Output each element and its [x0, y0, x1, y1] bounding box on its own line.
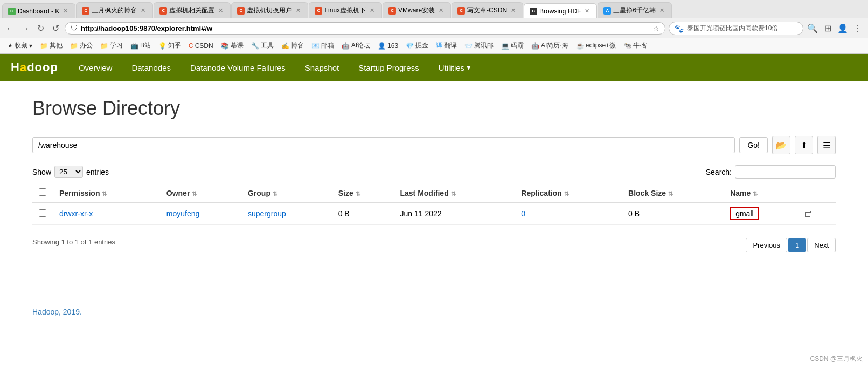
tab-close[interactable]: ✕: [61, 7, 70, 15]
col-group-label: Group: [248, 189, 270, 197]
tab-vmware[interactable]: C VMware安装 ✕: [383, 2, 451, 18]
bookmark-eclipse[interactable]: ☕ eclipse+微: [573, 40, 619, 51]
tab-vm1[interactable]: C 虚拟机相关配置 ✕: [154, 2, 231, 18]
nav-utilities-dropdown[interactable]: Utilities ▾: [429, 55, 481, 80]
owner-link[interactable]: moyufeng: [166, 209, 199, 218]
bookmark-translate[interactable]: 译 翻译: [433, 40, 460, 51]
upload-button[interactable]: ⬆: [795, 136, 813, 154]
site-icon: 📨: [464, 42, 473, 50]
folder-icon: 📁: [100, 42, 108, 50]
nav-datanodes[interactable]: Datanodes: [122, 56, 180, 80]
bookmark-office[interactable]: 📁 办公: [67, 40, 96, 51]
bookmark-csdn[interactable]: C CSDN: [185, 41, 217, 51]
col-block-size[interactable]: Block Size ⇅: [622, 184, 724, 202]
nav-startup-progress[interactable]: Startup Progress: [349, 56, 429, 80]
select-all-checkbox[interactable]: [39, 188, 46, 196]
bookmark-maba[interactable]: 💻 码霸: [498, 40, 527, 51]
table-view-button[interactable]: ☰: [817, 136, 836, 154]
nav-datanode-volume-failures[interactable]: Datanode Volume Failures: [180, 56, 295, 80]
back-button[interactable]: ←: [4, 23, 16, 35]
bookmark-ai-resume[interactable]: 🤖 AI简历·海: [528, 40, 572, 51]
extension-icon[interactable]: ⊞: [822, 23, 834, 35]
col-last-modified[interactable]: Last Modified ⇅: [393, 184, 515, 202]
tab-write[interactable]: C 写文章-CSDN ✕: [452, 2, 523, 18]
row-select-checkbox[interactable]: [39, 209, 46, 217]
col-permission[interactable]: Permission ⇅: [53, 184, 160, 202]
col-size[interactable]: Size ⇅: [332, 184, 394, 202]
site-icon: 译: [436, 41, 442, 50]
name-value: gmall: [730, 207, 759, 220]
previous-button[interactable]: Previous: [746, 238, 787, 252]
page-1-button[interactable]: 1: [788, 238, 806, 252]
bookmark-163[interactable]: 👤 163: [374, 41, 401, 51]
delete-button[interactable]: 🗑: [804, 209, 813, 218]
tab-close[interactable]: ✕: [437, 6, 445, 15]
tabs-bar: C Dashboard - K ✕ C 三月枫火的博客 ✕ C 虚拟机相关配置 …: [0, 0, 868, 18]
table-footer: Showing 1 to 1 of 1 entries Previous 1 N…: [32, 231, 836, 252]
bookmark-juejin[interactable]: 💎 掘金: [402, 40, 432, 51]
main-content: Browse Directory Go! 📂 ⬆ ☰ Show 25 50 10…: [0, 81, 868, 297]
nav-overview[interactable]: Overview: [69, 56, 122, 80]
home-button[interactable]: ↺: [50, 23, 61, 35]
bookmark-blog[interactable]: ✍ 博客: [278, 40, 307, 51]
bookmarks-bar: ★ 收藏 ▾ 📁 其他 📁 办公 📁 学习 📺 B站 💡 知乎 C CSDN 📚: [0, 38, 868, 53]
tab-close[interactable]: ✕: [583, 7, 591, 15]
tab-linux[interactable]: C Linux虚拟机下 ✕: [309, 2, 382, 18]
bookmark-label: 翻译: [444, 41, 457, 50]
bookmark-bilibili[interactable]: 📺 B站: [127, 40, 154, 51]
hadoop-brand: Hadoop: [0, 54, 69, 81]
menu-icon[interactable]: ⋮: [852, 23, 864, 35]
tab-dashboard[interactable]: C Dashboard - K ✕: [2, 3, 75, 18]
col-permission-label: Permission: [59, 189, 100, 197]
col-replication[interactable]: Replication ⇅: [515, 184, 622, 202]
table-body: drwxr-xr-x moyufeng supergroup 0 B Jun 1…: [32, 202, 836, 225]
col-owner[interactable]: Owner ⇅: [160, 184, 241, 202]
entries-select[interactable]: 25 50 100: [54, 166, 83, 178]
nav-snapshot[interactable]: Snapshot: [295, 56, 349, 80]
replication-link[interactable]: 0: [521, 209, 525, 218]
account-icon[interactable]: 👤: [837, 23, 849, 35]
bookmark-study[interactable]: 📁 学习: [97, 40, 126, 51]
tab-samsung[interactable]: A 三星挣6千亿韩 ✕: [598, 2, 672, 18]
address-bar[interactable]: 🛡 http://hadoop105:9870/explorer.html#/w…: [65, 22, 665, 35]
bookmark-mooc[interactable]: 📚 慕课: [218, 40, 247, 51]
group-link[interactable]: supergroup: [248, 209, 286, 218]
browser-search-bar[interactable]: 🐾 泰国开光项链比国内同款费10倍: [669, 22, 803, 35]
table-search-input[interactable]: [735, 165, 836, 179]
bookmark-tools[interactable]: 🔧 工具: [248, 40, 277, 51]
nav-utilities-toggle[interactable]: Utilities ▾: [429, 55, 481, 80]
tab-vm2[interactable]: C 虚拟机切换用户 ✕: [231, 2, 308, 18]
tab-close[interactable]: ✕: [294, 6, 302, 15]
tab-title: 三月枫火的博客: [92, 6, 137, 15]
col-group[interactable]: Group ⇅: [241, 184, 332, 202]
tab-close[interactable]: ✕: [139, 6, 147, 15]
bookmark-niuke[interactable]: 🐄 牛·客: [620, 40, 651, 51]
folder-icon: 📁: [70, 42, 78, 50]
go-button[interactable]: Go!: [739, 137, 768, 153]
sort-icon: ⇅: [356, 190, 360, 197]
bookmark-email[interactable]: 📧 邮箱: [308, 40, 337, 51]
path-input[interactable]: [32, 137, 735, 153]
tab-hadoop[interactable]: B Browsing HDF ✕: [524, 3, 597, 18]
search-button[interactable]: 🔍: [807, 23, 818, 35]
tab-close[interactable]: ✕: [217, 6, 225, 15]
star-icon: ★: [8, 42, 13, 49]
forward-button[interactable]: →: [19, 23, 31, 35]
bookmark-star-icon[interactable]: ☆: [653, 24, 659, 32]
bookmark-ai-forum[interactable]: 🤖 AI论坛: [338, 40, 373, 51]
bookmark-other[interactable]: 📁 其他: [37, 40, 66, 51]
tab-close[interactable]: ✕: [368, 6, 376, 15]
col-name[interactable]: Name ⇅: [724, 184, 797, 202]
tab-blog1[interactable]: C 三月枫火的博客 ✕: [76, 2, 153, 18]
cell-last-modified: Jun 11 2022: [393, 202, 515, 225]
bookmark-tencent-mail[interactable]: 📨 腾讯邮: [461, 40, 497, 51]
bookmark-collections[interactable]: ★ 收藏 ▾: [4, 40, 36, 51]
tab-close[interactable]: ✕: [509, 6, 517, 15]
refresh-button[interactable]: ↻: [34, 23, 46, 35]
cell-permission: drwxr-xr-x: [53, 202, 160, 225]
tab-close[interactable]: ✕: [658, 6, 666, 15]
folder-open-button[interactable]: 📂: [772, 136, 790, 154]
next-button[interactable]: Next: [807, 238, 836, 252]
permission-link[interactable]: drwxr-xr-x: [59, 209, 93, 218]
bookmark-zhihu[interactable]: 💡 知乎: [155, 40, 184, 51]
